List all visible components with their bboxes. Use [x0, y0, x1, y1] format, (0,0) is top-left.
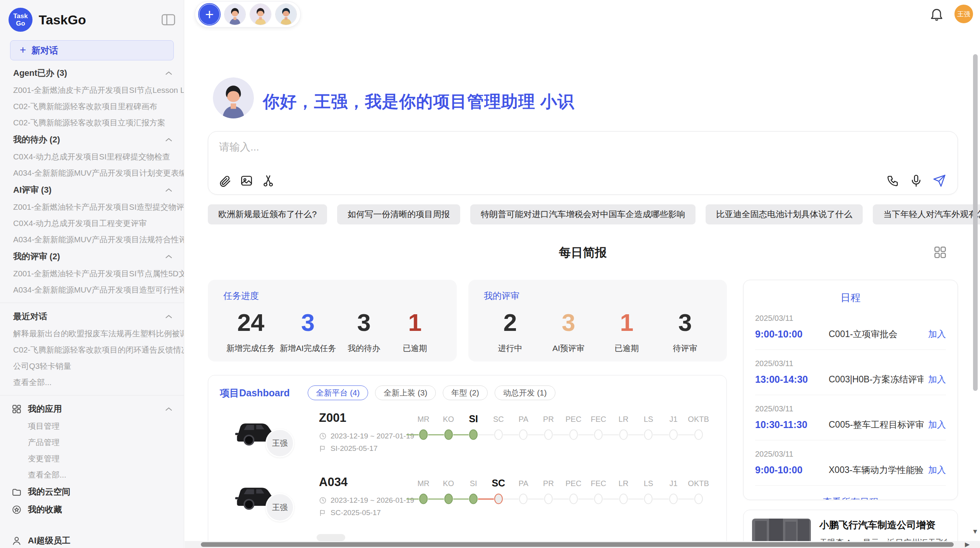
recent-chat-item[interactable]: 查看全部... [0, 374, 184, 390]
agent-avatar-2[interactable] [250, 3, 271, 25]
attach-image-icon[interactable] [240, 174, 253, 187]
stat-item: 3新增AI完成任务 [280, 309, 336, 354]
sidebar-item[interactable]: A034-全新新能源MUV产品开发项目法规符合性评审 [0, 231, 184, 248]
user-avatar[interactable]: 王强 [954, 5, 973, 23]
sidebar-section-title: 我的评审 (2) [13, 251, 60, 262]
sidebar-section-header[interactable]: Agent已办 (3) [0, 64, 184, 82]
dashboard-tab[interactable]: 年型 (2) [443, 385, 488, 400]
project-dates: 2023-12-19 ~ 2026-01-19 [331, 496, 414, 505]
timeline-segment [453, 434, 469, 435]
stat-card-title: 我的评审 [484, 290, 711, 302]
chevron-up-icon [165, 71, 172, 75]
app-subitem[interactable]: 查看全部... [0, 467, 184, 483]
send-icon[interactable] [933, 174, 946, 187]
sidebar-item[interactable]: A034-全新新能源MUV产品开发项目计划变更表编写 [0, 165, 184, 181]
recent-chat-item[interactable]: C02-飞腾新能源轻客改款项目的闭环通告反馈情况 [0, 342, 184, 358]
recent-chat-item[interactable]: 解释最新出台的欧盟报废车法规再生塑料比例被调至15%... [0, 325, 184, 342]
stat-value: 3 [662, 309, 708, 336]
project-row[interactable]: 王强Z0012023-12-19 ~ 2027-01-19SI-2025-05-… [208, 409, 726, 468]
dashboard-tab[interactable]: 动总开发 (1) [495, 385, 555, 400]
project-row[interactable]: 王强A0342023-12-19 ~ 2026-01-19SC-2025-05-… [208, 473, 726, 532]
timeline-segment [653, 498, 669, 500]
milestone-dot [619, 494, 628, 504]
project-dashboard-card: 项目Dashboard 全新平台 (4)全新上装 (3)年型 (2)动总开发 (… [208, 375, 727, 548]
horizontal-scrollbar-track[interactable]: ▶ [185, 541, 980, 548]
join-meeting-link[interactable]: 加入 [928, 373, 946, 385]
sidebar-section-header[interactable]: AI评审 (3) [0, 181, 184, 199]
scroll-right-arrow-icon[interactable]: ▶ [965, 541, 970, 548]
milestone-label: KO [443, 479, 454, 488]
timeline-segment [578, 498, 594, 500]
notification-bell-icon[interactable] [929, 6, 944, 22]
sidebar-item[interactable]: C02-飞腾新能源轻客改款项目立项汇报方案 [0, 115, 184, 131]
horizontal-scrollbar-thumb[interactable] [201, 542, 954, 547]
sidebar-item[interactable]: A034-全新新能源MUV产品开发项目造型可行性评审 [0, 282, 184, 298]
layout-grid-icon[interactable] [933, 245, 947, 259]
sidebar-section-header[interactable]: 我的待办 (2) [0, 131, 184, 149]
join-meeting-link[interactable]: 加入 [928, 419, 946, 431]
suggestion-chip[interactable]: 特朗普可能对进口汽车增税会对中国车企造成哪些影响 [470, 204, 696, 224]
badge-icon [12, 505, 22, 515]
suggestion-chip[interactable]: 当下年轻人对汽车外观有怎样的喜好趋势 [873, 204, 980, 224]
sidebar-collapse-icon[interactable] [161, 14, 175, 26]
milestone-label: SI [469, 413, 478, 425]
sidebar-item-badge[interactable]: 我的收藏 [0, 501, 184, 519]
sidebar-item[interactable]: C02-飞腾新能源轻客改款项目里程碑画布 [0, 98, 184, 115]
app-subitem[interactable]: 产品管理 [0, 434, 184, 450]
timeline-segment [528, 498, 544, 500]
sidebar-item[interactable]: Z001-全新燃油轻卡产品开发项目SI造型提交物评审 [0, 199, 184, 215]
timeline-segment [528, 434, 544, 435]
sidebar-section-header-recent[interactable]: 最近对话 [0, 308, 184, 325]
milestone-label: OKTB [688, 415, 709, 424]
dashboard-tab[interactable]: 全新平台 (4) [308, 385, 368, 400]
milestone-dot [669, 494, 678, 504]
milestone-dot [494, 430, 503, 440]
sidebar-section-header[interactable]: 我的评审 (2) [0, 248, 184, 265]
suggestion-chip[interactable]: 比亚迪全固态电池计划具体说了什么 [706, 204, 863, 224]
view-all-schedule-link[interactable]: 查看所有日程 [744, 496, 958, 500]
sidebar-item-my-apps[interactable]: 我的应用 [0, 400, 184, 418]
new-chat-button[interactable]: + 新对话 [10, 40, 174, 60]
next-row-sliver [317, 534, 345, 541]
project-code: Z001 [319, 411, 346, 425]
dashboard-header: 项目Dashboard 全新平台 (4)全新上装 (3)年型 (2)动总开发 (… [208, 375, 726, 403]
join-meeting-link[interactable]: 加入 [928, 464, 946, 476]
stat-item: 3我的待办 [341, 309, 387, 354]
milestone-label: PA [519, 415, 528, 424]
project-code: A034 [319, 475, 348, 489]
milestone-label: LS [644, 415, 653, 424]
add-agent-button[interactable]: + [199, 3, 220, 25]
milestone-dot [519, 430, 528, 440]
sidebar-header: Task Go TaskGo [0, 0, 184, 34]
sidebar-tool-item[interactable]: AI超级员工 [0, 532, 184, 548]
sidebar-item-label: AI超级员工 [28, 535, 70, 546]
milestone-dot [644, 494, 653, 504]
sidebar-item-cloud[interactable]: 我的云空间 [0, 483, 184, 501]
clock-icon [319, 497, 327, 504]
sidebar-section-title: AI评审 (3) [13, 184, 51, 196]
dashboard-tab[interactable]: 全新上装 (3) [375, 385, 436, 400]
scroll-down-arrow-icon[interactable]: ▼ [972, 528, 978, 536]
app-subitem[interactable]: 变更管理 [0, 450, 184, 467]
milestone-label: MR [417, 415, 429, 424]
suggestion-chip[interactable]: 如何写一份清晰的项目周报 [337, 204, 460, 224]
suggestion-chip[interactable]: 欧洲新规最近颁布了什么? [208, 204, 327, 224]
sidebar-item[interactable]: Z001-全新燃油轻卡产品开发项目SI节点属性5D文件评审 [0, 265, 184, 282]
join-meeting-link[interactable]: 加入 [928, 328, 946, 340]
schedule-time: 9:00-10:00 [755, 329, 829, 340]
sidebar-item[interactable]: Z001-全新燃油皮卡产品开发项目SI节点Lesson Learn报告 [0, 82, 184, 98]
vertical-scrollbar-thumb[interactable] [973, 54, 978, 391]
agent-switcher: + [195, 1, 301, 27]
app-subitem[interactable]: 项目管理 [0, 418, 184, 434]
microphone-icon[interactable] [910, 174, 923, 187]
recent-chat-item[interactable]: 公司Q3轻卡销量 [0, 358, 184, 374]
sidebar-section-title: 我的待办 (2) [13, 134, 60, 146]
sidebar-item[interactable]: C0X4-动力总成开发项目SI里程碑提交物检查 [0, 149, 184, 165]
agent-avatar-3[interactable] [275, 3, 297, 25]
screenshot-scissors-icon[interactable] [262, 174, 275, 187]
agent-avatar-1[interactable] [224, 3, 246, 25]
attach-file-icon[interactable] [218, 174, 231, 187]
chat-input[interactable] [219, 140, 877, 163]
sidebar-item[interactable]: C0X4-动力总成开发项目工程变更评审 [0, 215, 184, 231]
voice-call-icon[interactable] [886, 174, 899, 187]
